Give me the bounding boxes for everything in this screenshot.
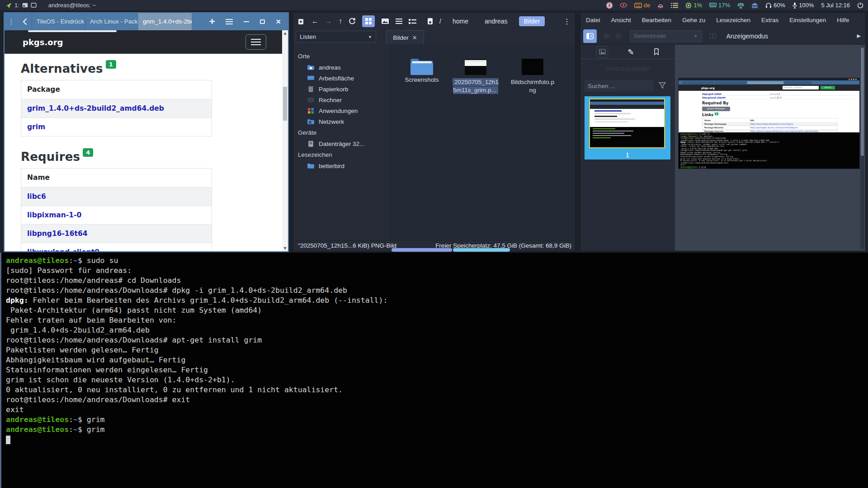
workspace-indicator[interactable]: 1: xyxy=(14,2,19,9)
launcher-rocket-icon[interactable] xyxy=(5,2,12,9)
dependency-link[interactable]: libpixman-1-0 xyxy=(27,211,81,219)
annotations-tab-icon[interactable]: ✎ xyxy=(627,47,634,56)
list-view-icon[interactable] xyxy=(396,19,402,24)
notifications-bell-icon[interactable] xyxy=(657,2,664,9)
scroll-down-icon[interactable]: ▼ xyxy=(282,246,288,250)
new-tab-folder-icon[interactable] xyxy=(298,18,305,25)
device-icon[interactable] xyxy=(427,18,433,25)
page-1-thumbnail[interactable] xyxy=(589,99,665,148)
fm-tab-bilder[interactable]: Bilder✕ xyxy=(386,30,424,44)
forward-arrow-icon[interactable]: → xyxy=(325,17,332,25)
browser-scrollbar[interactable]: ▲ ▼ xyxy=(282,30,288,251)
browser-menu-icon[interactable]: ⋮ xyxy=(5,18,18,26)
refresh-icon[interactable] xyxy=(349,18,356,25)
facing-pages-icon[interactable] xyxy=(709,33,717,39)
view-mode-label[interactable]: Anzeigemodus xyxy=(726,33,769,40)
browser-hamburger-icon[interactable] xyxy=(226,19,233,24)
zoom-level-dropdown[interactable]: Seitenbreite▼ xyxy=(630,30,702,42)
thumbnail-search-input[interactable]: Suchen ... xyxy=(584,80,654,92)
microphone-indicator[interactable]: 100% xyxy=(793,2,814,9)
menu-datei[interactable]: Datei xyxy=(586,17,600,23)
sidebar-item-trash[interactable]: Papierkorb xyxy=(293,84,390,94)
okular-scrollbar[interactable] xyxy=(860,47,864,249)
window-outline-icon[interactable] xyxy=(31,3,37,8)
breadcrumb-home[interactable]: home xyxy=(448,16,473,26)
sidebar-item-volume[interactable]: Datenträger 32... xyxy=(293,138,390,149)
info-icon[interactable]: i xyxy=(606,2,613,9)
dependency-link[interactable]: libpng16-16t64 xyxy=(27,230,88,238)
menu-einstellungen[interactable]: Einstellungen xyxy=(789,17,826,23)
zoom-out-icon[interactable]: ⊖ xyxy=(615,31,621,41)
cpu-usage-indicator[interactable]: 1% xyxy=(685,2,702,9)
menu-bearbeiten[interactable]: Bearbeiten xyxy=(642,17,671,23)
tab-close-icon[interactable]: ✕ xyxy=(412,34,417,41)
scrollbar-thumb[interactable] xyxy=(283,87,287,121)
scrollbar-thumb[interactable] xyxy=(861,47,864,156)
site-hamburger-button[interactable] xyxy=(245,34,266,50)
thumbnails-tab-icon[interactable] xyxy=(596,46,608,58)
menu-ansicht[interactable]: Ansicht xyxy=(611,17,631,23)
scroll-strip-left[interactable] xyxy=(392,248,452,252)
clock[interactable]: 5 Jul 12:16 xyxy=(821,2,850,9)
icon-view-button[interactable] xyxy=(362,15,375,27)
power-icon[interactable] xyxy=(857,2,863,9)
bank-icon[interactable] xyxy=(751,2,758,8)
filter-funnel-icon[interactable] xyxy=(658,82,666,89)
sidebar-item-network[interactable]: Netzwerk xyxy=(293,116,390,127)
dependency-link[interactable]: libwayland-client0 xyxy=(27,248,99,251)
breadcrumb-andreas[interactable]: andreas xyxy=(480,16,513,26)
toolbar-overflow-icon[interactable]: ▶ xyxy=(857,33,861,39)
terminal-line: grim ist schon die neueste Version (1.4.… xyxy=(6,375,868,385)
terminal-window[interactable]: andreas@tileos:~$ sudo su[sudo] Passwort… xyxy=(0,253,868,488)
up-arrow-icon[interactable]: ↑ xyxy=(339,17,342,25)
sidebar-toggle-button[interactable] xyxy=(583,29,597,43)
file-item-grim-screenshot[interactable]: 20250705_12h1 5m11s_grim.p... xyxy=(448,59,504,94)
path-root-separator[interactable]: / xyxy=(439,18,441,25)
zoom-in-icon[interactable]: ⊕ xyxy=(603,31,609,41)
browser-tab-1[interactable]: TileOS - Eindrück xyxy=(32,13,85,30)
back-icon[interactable] xyxy=(18,18,32,25)
sidebar-item-andreas[interactable]: andreas xyxy=(293,62,390,73)
ram-usage-indicator[interactable]: 17% xyxy=(709,2,730,9)
sidebar-item-betterbird[interactable]: betterbird xyxy=(293,160,390,171)
sidebar-item-applications[interactable]: Anwendungen xyxy=(293,105,390,116)
package-link[interactable]: grim xyxy=(27,123,45,131)
close-icon[interactable]: × xyxy=(276,17,281,27)
back-arrow-icon[interactable]: ← xyxy=(311,17,319,25)
compact-view-icon[interactable] xyxy=(409,19,416,24)
bookmarks-tab-icon[interactable] xyxy=(654,48,659,55)
alternatives-heading: Alternatives1 xyxy=(21,60,283,75)
sidebar-item-desktop[interactable]: Arbeitsfläche xyxy=(293,73,390,84)
thumbnail-view-icon[interactable] xyxy=(381,18,389,24)
package-link[interactable]: grim_1.4.0+ds-2build2_amd64.deb xyxy=(27,104,164,113)
system-tray: i de 1% 17% xyxy=(606,2,868,9)
page-thumbnail-selected[interactable]: 1 xyxy=(585,96,670,160)
menu-gehe-zu[interactable]: Gehe zu xyxy=(682,17,705,23)
dependency-link[interactable]: libc6 xyxy=(27,192,46,201)
package-table-header: Package xyxy=(21,80,212,99)
maximize-icon[interactable] xyxy=(260,19,265,24)
new-tab-icon[interactable]: + xyxy=(209,16,215,28)
sidebar-item-computer[interactable]: Rechner xyxy=(293,94,390,105)
breadcrumb-bilder[interactable]: Bilder xyxy=(519,16,545,26)
volume-indicator[interactable]: 60% xyxy=(765,2,785,9)
browser-tab-3-active[interactable]: grim_1.4.0+ds-2buil xyxy=(138,13,192,30)
browser-tab-2[interactable]: Arch Linux - Pack xyxy=(85,13,138,30)
file-item-screenshots[interactable]: Screenshots xyxy=(395,57,448,84)
task-list-icon[interactable] xyxy=(671,3,678,8)
view-mode-dropdown[interactable]: Listen▼ xyxy=(296,31,376,43)
fm-menu-icon[interactable]: ⋮ xyxy=(563,17,571,26)
pkgs-logo[interactable]: pkgs.org xyxy=(23,38,63,47)
menu-hilfe[interactable]: Hilfe xyxy=(837,17,849,23)
scroll-up-icon[interactable]: ▲ xyxy=(282,31,288,35)
keyboard-layout-indicator[interactable]: de xyxy=(634,2,650,9)
bookmarks-header: Lesezeichen xyxy=(293,149,390,160)
menu-lesezeichen[interactable]: Lesezeichen xyxy=(716,17,750,23)
window-filled-icon[interactable] xyxy=(22,3,28,8)
scales-icon[interactable] xyxy=(737,2,744,9)
file-item-bildschirmfoto[interactable]: Bildschirmfoto.p ng xyxy=(505,59,561,94)
minimize-icon[interactable] xyxy=(244,21,249,22)
menu-extras[interactable]: Extras xyxy=(761,17,778,23)
eye-icon[interactable] xyxy=(620,3,627,8)
scroll-strip-right[interactable] xyxy=(453,248,510,252)
